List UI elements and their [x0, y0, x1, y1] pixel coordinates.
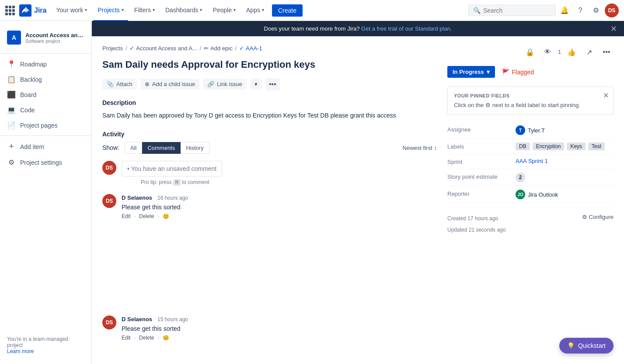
watch-icon[interactable]: 👁	[540, 45, 554, 59]
breadcrumb-project[interactable]: ✓ Account Access and A...	[129, 45, 197, 52]
sort-control[interactable]: Newest first ↕	[403, 145, 437, 151]
sidebar-item-project-settings[interactable]: ⚙ Project settings	[0, 155, 91, 170]
dropdown-arrow-icon: ▾	[254, 81, 258, 87]
issue-title: Sam Daily needs Approval for Encryption …	[102, 59, 437, 71]
comment-text-1: Please get this sorted	[122, 325, 435, 332]
quickstart-button[interactable]: 💡 Quickstart	[559, 338, 614, 354]
toolbar-more-button[interactable]: •••	[265, 78, 280, 90]
m-key: M	[173, 179, 181, 186]
assignee-row: Assignee T Tyler.T	[447, 122, 614, 139]
nav-people[interactable]: People ▾	[208, 0, 240, 21]
status-button[interactable]: In Progress ▾	[447, 66, 495, 78]
breadcrumb-epic[interactable]: ✏ Add epic	[204, 45, 233, 52]
comment-input[interactable]: • You have an unsaved comment	[122, 161, 222, 177]
sidebar-footer-link[interactable]: Learn more	[7, 348, 34, 354]
breadcrumb: Projects / ✓ Account Access and A... / ✏…	[102, 45, 437, 52]
flag-icon: 🚩	[502, 69, 509, 76]
jira-logo[interactable]: Jira	[19, 4, 46, 17]
attach-button[interactable]: 📎 Attach	[102, 79, 137, 90]
label-keys[interactable]: Keys	[567, 142, 586, 150]
configure-gear-icon: ⚙	[582, 214, 587, 220]
sidebar-project[interactable]: A Account Access and Ap... Software proj…	[0, 26, 91, 51]
delete-comment-1[interactable]: Delete	[139, 335, 154, 341]
sprint-value: AAA Sprint 1	[516, 158, 614, 164]
label-test[interactable]: Test	[588, 142, 605, 150]
sidebar-item-label-pages: Project pages	[20, 122, 58, 129]
pro-tip: Pro tip: press M to comment	[141, 179, 222, 185]
nav-filters[interactable]: Filters ▾	[130, 0, 159, 21]
sidebar: A Account Access and Ap... Software proj…	[0, 21, 92, 364]
banner-link[interactable]: Get a free trial of our Standard plan.	[361, 25, 452, 32]
pinned-text: Click on the ⚙ next to a field label to …	[454, 102, 607, 108]
link-issue-button[interactable]: 🔗 Link issue	[203, 79, 247, 90]
sprint-link[interactable]: AAA Sprint 1	[516, 158, 548, 164]
sidebar-item-add-item[interactable]: + Add item	[0, 139, 91, 155]
add-child-issue-button[interactable]: ⊕ Add a child issue	[140, 79, 199, 90]
edit-comment-1[interactable]: Edit	[122, 335, 131, 341]
more-icon: •••	[269, 80, 276, 88]
sidebar-item-project-pages[interactable]: 📄 Project pages	[0, 118, 91, 133]
nav-dashboards[interactable]: Dashboards ▾	[161, 0, 207, 21]
comment-text-0: Please get this sorted	[122, 204, 435, 211]
reporter-value[interactable]: JO Jira Outlook	[516, 190, 614, 199]
banner-close-icon[interactable]: ✕	[610, 24, 617, 34]
description-title: Description	[102, 99, 437, 106]
projects-chevron: ▾	[122, 7, 124, 12]
react-comment-0[interactable]: 😊	[163, 213, 169, 219]
nav-your-work[interactable]: Your work ▾	[52, 0, 91, 21]
assignee-value[interactable]: T Tyler.T	[516, 125, 614, 135]
breadcrumb-issue[interactable]: ✓ AAA-1	[239, 45, 262, 52]
issue-right-panel: 🔒 👁 1 👍 ↗ ••• In Progress ▾ 🚩 Flagged	[447, 45, 614, 355]
configure-button[interactable]: ⚙ Configure	[582, 214, 614, 220]
settings-icon[interactable]: ⚙	[589, 3, 603, 17]
meta-section: ⚙ Configure Created 17 hours ago Updated…	[447, 210, 614, 233]
toolbar-dropdown-button[interactable]: ▾	[250, 79, 262, 90]
story-badge: 2	[516, 173, 525, 182]
assignee-label: Assignee	[447, 125, 509, 133]
breadcrumb-sep-2: /	[200, 45, 201, 52]
share-icon[interactable]: ↗	[582, 45, 596, 59]
project-icon: A	[7, 31, 21, 45]
react-comment-1[interactable]: 😊	[163, 335, 169, 341]
reporter-row: Reporter JO Jira Outlook	[447, 186, 614, 203]
tab-history[interactable]: History	[181, 142, 209, 154]
roadmap-icon: 📍	[7, 60, 16, 68]
breadcrumb-sep-1: /	[125, 45, 127, 52]
breadcrumb-projects[interactable]: Projects	[102, 45, 123, 52]
create-button[interactable]: Create	[272, 4, 303, 17]
sidebar-item-board[interactable]: ⬛ Board	[0, 87, 91, 102]
pinned-title: YOUR PINNED FIELDS	[454, 93, 607, 98]
pinned-close-icon[interactable]: ✕	[603, 91, 609, 100]
delete-comment-0[interactable]: Delete	[139, 213, 154, 219]
show-label: Show:	[102, 144, 119, 151]
app-grid-icon[interactable]	[5, 6, 15, 15]
help-icon[interactable]: ?	[573, 3, 587, 17]
sidebar-item-code[interactable]: 💻 Code	[0, 102, 91, 118]
notifications-icon[interactable]: 🔔	[558, 3, 572, 17]
user-avatar[interactable]: DS	[605, 3, 619, 17]
edit-comment-0[interactable]: Edit	[122, 213, 131, 219]
search-box[interactable]: 🔍	[468, 5, 556, 16]
tab-comments[interactable]: Comments	[142, 142, 181, 154]
sidebar-item-backlog[interactable]: 📋 Backlog	[0, 72, 91, 87]
search-input[interactable]	[483, 7, 544, 14]
activity-controls: Show: All Comments History Newest first …	[102, 142, 437, 154]
status-row: In Progress ▾ 🚩 Flagged	[447, 66, 614, 78]
current-user-avatar: DS	[102, 161, 116, 175]
sprint-row: Sprint AAA Sprint 1	[447, 154, 614, 169]
nav-projects[interactable]: Projects ▾	[93, 0, 128, 21]
label-encryption[interactable]: Encryption	[533, 142, 565, 150]
sidebar-item-roadmap[interactable]: 📍 Roadmap	[0, 56, 91, 72]
breadcrumb-pencil-icon: ✏	[204, 45, 209, 52]
lock-icon[interactable]: 🔒	[523, 45, 537, 59]
dashboards-chevron: ▾	[200, 7, 202, 12]
like-icon[interactable]: 👍	[565, 45, 579, 59]
label-db[interactable]: DB	[516, 142, 530, 150]
tab-all[interactable]: All	[125, 142, 142, 154]
table-row: DS D Selaenos 15 hours ago Please get th…	[102, 315, 435, 341]
jira-logo-icon	[19, 4, 31, 17]
more-options-icon[interactable]: •••	[600, 45, 614, 59]
search-icon: 🔍	[473, 7, 481, 14]
nav-apps[interactable]: Apps ▾	[242, 0, 268, 21]
main-content: Does your team need more from Jira? Get …	[92, 21, 624, 364]
